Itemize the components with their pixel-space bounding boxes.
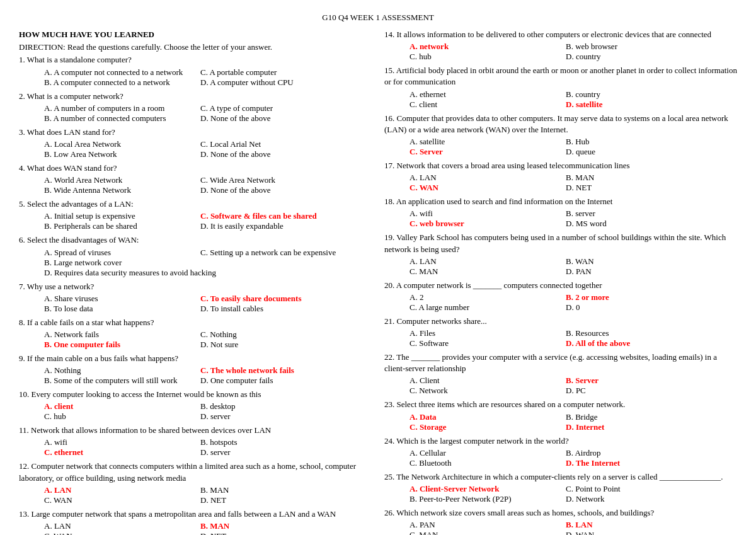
answer-option: B. Wide Antenna Network bbox=[44, 185, 195, 195]
answer-option: C. Bluetooth bbox=[410, 458, 561, 468]
question-text: 11. Network that allows information to b… bbox=[19, 425, 372, 436]
question-item: 6. Select the disadvantages of WAN:A. Sp… bbox=[19, 234, 372, 277]
answer-option: C. hub bbox=[410, 52, 561, 62]
answer-option: A. Spread of viruses bbox=[44, 248, 195, 258]
question-item: 12. Computer network that connects compu… bbox=[19, 461, 372, 505]
answer-option: B. LAN bbox=[566, 520, 717, 530]
answer-option: B. Hub bbox=[566, 137, 717, 147]
answer-option: A. 2 bbox=[410, 292, 561, 302]
question-item: 24. Which is the largest computer networ… bbox=[384, 435, 737, 468]
answer-option: A. Local Area Network bbox=[44, 139, 195, 149]
answer-option: B. server bbox=[566, 209, 717, 219]
answer-option: B. To lose data bbox=[44, 304, 195, 314]
answer-option: D. NET bbox=[200, 531, 352, 535]
answer-option: B. WAN bbox=[566, 256, 717, 267]
answer-option: B. Airdrop bbox=[566, 448, 717, 458]
answer-option: B. Some of the computers will still work bbox=[44, 376, 195, 386]
answer-option: D. It is easily expandable bbox=[200, 221, 352, 231]
answer-option: D. country bbox=[566, 52, 717, 62]
question-text: 4. What does WAN stand for? bbox=[19, 163, 372, 174]
answer-option: A. network bbox=[410, 42, 561, 52]
question-text: 12. Computer network that connects compu… bbox=[19, 461, 372, 483]
right-column: 14. It allows information to be delivere… bbox=[384, 29, 737, 535]
question-text: 17. Network that covers a broad area usi… bbox=[384, 160, 737, 171]
answer-option: A. Files bbox=[410, 328, 561, 338]
question-text: 3. What does LAN stand for? bbox=[19, 127, 372, 138]
question-item: 11. Network that allows information to b… bbox=[19, 425, 372, 457]
question-text: 9. If the main cable on a bus fails what… bbox=[19, 353, 372, 364]
answer-option: C. web browser bbox=[410, 219, 561, 229]
question-item: 7. Why use a network?A. Share virusesC. … bbox=[19, 281, 372, 314]
question-item: 5. Select the advantages of a LAN:A. Ini… bbox=[19, 198, 372, 231]
question-text: 6. Select the disadvantages of WAN: bbox=[19, 234, 372, 246]
answer-option: A. Nothing bbox=[44, 365, 195, 376]
answer-option: B. Bridge bbox=[566, 412, 717, 422]
answer-option: B. Peer-to-Peer Network (P2P) bbox=[410, 494, 561, 504]
answer-option: D. WAN bbox=[566, 530, 717, 535]
answer-option: D. NET bbox=[200, 495, 352, 505]
answer-option: A. satellite bbox=[410, 137, 561, 147]
question-text: 18. An application used to search and fi… bbox=[384, 196, 737, 207]
answer-option: D. server bbox=[200, 447, 352, 457]
question-text: 21. Computer networks share... bbox=[384, 316, 737, 327]
question-text: 20. A computer network is _______ comput… bbox=[384, 280, 737, 291]
question-text: 16. Computer that provides data to other… bbox=[384, 113, 737, 135]
answer-option: C. A portable computer bbox=[200, 67, 352, 78]
answer-option: C. Setting up a network can be expensive bbox=[200, 248, 352, 258]
question-text: 19. Valley Park School has computers bei… bbox=[384, 232, 737, 255]
answer-option: C. Server bbox=[410, 147, 561, 157]
answer-option: C. WAN bbox=[44, 495, 195, 505]
answer-option: C. Software bbox=[410, 338, 561, 348]
question-text: 5. Select the advantages of a LAN: bbox=[19, 198, 372, 210]
answer-option: C. Wide Area Network bbox=[200, 175, 352, 185]
answer-option: A. Client-Server Network bbox=[410, 484, 561, 494]
answer-option: C. Network bbox=[410, 386, 561, 396]
answer-option: D. queue bbox=[566, 147, 717, 157]
answer-option: C. WAN bbox=[44, 531, 195, 535]
answer-option: A. Share viruses bbox=[44, 294, 195, 304]
answer-option: B. Peripherals can be shared bbox=[44, 221, 195, 231]
answer-option: D. None of the above bbox=[200, 113, 352, 124]
answer-option: D. All of the above bbox=[566, 338, 717, 348]
answer-option: D. NET bbox=[566, 183, 717, 193]
answer-option: A. ethernet bbox=[410, 89, 561, 100]
answer-option: D. 0 bbox=[566, 302, 717, 313]
question-item: 20. A computer network is _______ comput… bbox=[384, 280, 737, 313]
answer-option: B. MAN bbox=[566, 173, 717, 183]
answer-option: D. To install cables bbox=[200, 304, 352, 314]
question-text: 13. Large computer network that spans a … bbox=[19, 509, 372, 520]
question-item: 3. What does LAN stand for?A. Local Area… bbox=[19, 127, 372, 159]
answer-option: D. PC bbox=[566, 386, 717, 396]
answer-option: B. Resources bbox=[566, 328, 717, 338]
question-text: 10. Every computer looking to access the… bbox=[19, 389, 372, 400]
question-item: 1. What is a standalone computer?A. A co… bbox=[19, 54, 372, 87]
question-text: 22. The _______ provides your computer w… bbox=[384, 352, 737, 374]
answer-option: B. A computer connected to a network bbox=[44, 78, 195, 88]
answer-option: D. None of the above bbox=[200, 185, 352, 195]
answer-option: C. ethernet bbox=[44, 447, 195, 457]
question-item: 21. Computer networks share...A. FilesB.… bbox=[384, 316, 737, 348]
answer-option: D. None of the above bbox=[200, 149, 352, 159]
question-item: 15. Artificial body placed in orbit arou… bbox=[384, 65, 737, 109]
answer-option: B. web browser bbox=[566, 42, 717, 52]
answer-option: B. hotspots bbox=[200, 437, 352, 447]
answer-option: C. To easily share documents bbox=[200, 294, 352, 304]
answer-option: A. wifi bbox=[44, 437, 195, 447]
question-item: 25. The Network Architecture in which a … bbox=[384, 471, 737, 504]
answer-option: C. WAN bbox=[410, 183, 561, 193]
answer-option: C. Nothing bbox=[200, 330, 352, 340]
question-text: 1. What is a standalone computer? bbox=[19, 54, 372, 66]
question-item: 13. Large computer network that spans a … bbox=[19, 509, 372, 535]
answer-option: B. country bbox=[566, 89, 717, 100]
answer-option: A. LAN bbox=[410, 173, 561, 183]
question-item: 14. It allows information to be delivere… bbox=[384, 29, 737, 62]
question-item: 9. If the main cable on a bus fails what… bbox=[19, 353, 372, 386]
answer-option: C. Storage bbox=[410, 422, 561, 432]
question-item: 17. Network that covers a broad area usi… bbox=[384, 160, 737, 193]
question-text: 25. The Network Architecture in which a … bbox=[384, 471, 737, 483]
answer-option: D. One computer fails bbox=[200, 376, 352, 386]
answer-option: D. PAN bbox=[566, 267, 717, 277]
answer-option: C. Software & files can be shared bbox=[200, 211, 352, 221]
question-text: 7. Why use a network? bbox=[19, 281, 372, 292]
answer-option: A. client bbox=[44, 401, 195, 411]
